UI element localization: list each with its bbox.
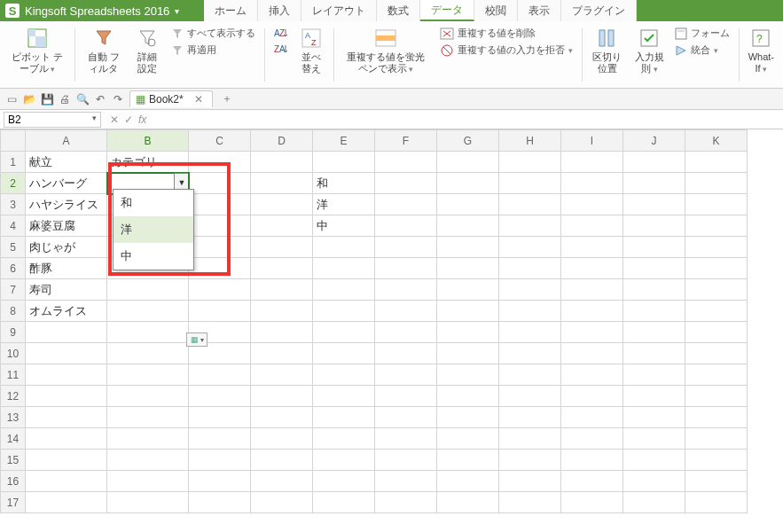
row-header[interactable]: 1 [1,152,26,173]
cell[interactable] [499,194,561,215]
cell[interactable] [313,343,375,364]
cell[interactable] [375,215,437,237]
new-tab-button[interactable]: ＋ [216,91,238,106]
cancel-icon[interactable]: ✕ [110,113,119,126]
cell[interactable] [561,152,623,173]
cell[interactable] [685,428,748,450]
cell[interactable]: カテゴリ [107,152,189,173]
cell[interactable] [251,194,313,215]
cell[interactable]: 肉じゃが [26,237,107,258]
document-tab[interactable]: ▦ Book2* ✕ [129,90,213,107]
reapply-button[interactable]: 再適用 [171,43,255,57]
cell[interactable] [499,152,561,173]
tab-plugin[interactable]: プラグイン [561,0,637,21]
col-header-E[interactable]: E [313,130,375,152]
cell[interactable] [26,343,107,364]
row-header[interactable]: 3 [1,194,26,215]
cell[interactable] [189,237,251,258]
tab-home[interactable]: ホーム [204,0,258,21]
dropdown-item[interactable]: 中 [114,243,193,270]
cell[interactable]: 寿司 [26,279,107,301]
cell[interactable] [313,152,375,173]
cell[interactable] [623,386,685,407]
col-header-K[interactable]: K [685,130,748,152]
cell[interactable] [251,471,313,492]
cell[interactable] [561,343,623,364]
cell[interactable] [375,471,437,492]
cell[interactable] [107,279,189,301]
cell[interactable] [685,237,748,258]
cell[interactable] [189,215,251,237]
col-header-J[interactable]: J [623,130,685,152]
cell[interactable] [561,471,623,492]
cell[interactable] [26,364,107,386]
row-header[interactable]: 10 [1,343,26,364]
cell[interactable] [561,492,623,513]
cell[interactable] [561,237,623,258]
cell[interactable] [375,407,437,428]
cell[interactable] [375,279,437,301]
cell[interactable] [437,492,499,513]
cell[interactable] [623,407,685,428]
cell[interactable] [437,258,499,279]
cell[interactable] [685,173,748,194]
consolidate-button[interactable]: 統合 [675,43,730,57]
cell[interactable] [313,450,375,471]
cell[interactable] [313,471,375,492]
tab-data[interactable]: データ [420,0,474,21]
cell[interactable] [189,194,251,215]
row-header[interactable]: 7 [1,279,26,301]
cell[interactable] [313,301,375,322]
cell[interactable] [107,428,189,450]
row-header[interactable]: 2 [1,173,26,194]
cell[interactable] [375,343,437,364]
cell[interactable]: ハンバーグ [26,173,107,194]
cell[interactable] [189,386,251,407]
cell[interactable] [375,301,437,322]
cell[interactable] [251,215,313,237]
cell[interactable]: オムライス [26,301,107,322]
cell[interactable] [685,407,748,428]
cell[interactable] [189,471,251,492]
cell[interactable] [251,237,313,258]
cell[interactable] [685,194,748,215]
cell[interactable]: 麻婆豆腐 [26,215,107,237]
cell[interactable] [26,492,107,513]
cell[interactable] [499,364,561,386]
open-icon[interactable]: 📂 [21,91,37,107]
cell[interactable] [623,215,685,237]
cell[interactable] [189,173,251,194]
row-header[interactable]: 13 [1,407,26,428]
dropdown-item[interactable]: 和 [114,190,193,216]
col-header-F[interactable]: F [375,130,437,152]
close-tab-icon[interactable]: ✕ [194,93,203,106]
cell[interactable] [189,364,251,386]
sort-desc-button[interactable]: ZA [274,43,288,55]
cell[interactable] [499,279,561,301]
cell[interactable] [189,152,251,173]
redo-icon[interactable]: ↷ [110,91,126,107]
cell[interactable] [107,492,189,513]
cell[interactable]: 洋 [313,194,375,215]
cell[interactable] [437,322,499,343]
save-icon[interactable]: 💾 [39,91,55,107]
cell[interactable] [437,237,499,258]
cell[interactable] [26,450,107,471]
row-header[interactable]: 15 [1,450,26,471]
cell[interactable] [313,364,375,386]
cell[interactable] [313,279,375,301]
enter-icon[interactable]: ✓ [124,113,133,126]
cell[interactable] [623,279,685,301]
cell[interactable]: 和 [313,173,375,194]
cell[interactable] [561,258,623,279]
cell[interactable] [499,343,561,364]
tab-formula[interactable]: 数式 [377,0,420,21]
cell[interactable] [685,492,748,513]
cell[interactable] [623,322,685,343]
cell[interactable] [561,301,623,322]
row-header[interactable]: 16 [1,471,26,492]
cell[interactable] [499,301,561,322]
col-header-A[interactable]: A [26,130,107,152]
print-icon[interactable]: 🖨 [57,91,73,107]
spreadsheet-grid[interactable]: A B C D E F G H I J K 1献立カテゴリ 2ハンバーグ▼和 3… [0,129,748,513]
